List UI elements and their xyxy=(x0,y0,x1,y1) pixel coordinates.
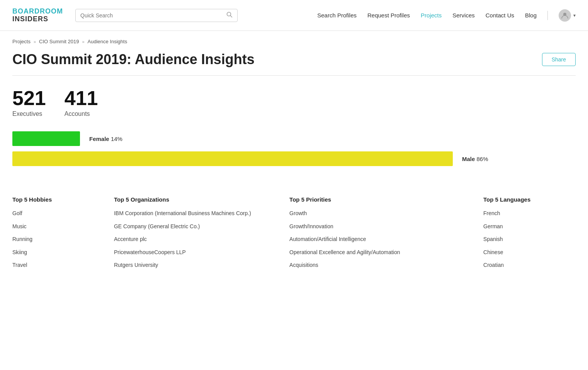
list-item: Accenture plc xyxy=(114,236,280,243)
organizations-heading: Top 5 Organizations xyxy=(114,196,280,203)
male-label: Male 86% xyxy=(462,156,488,162)
list-item: GE Company (General Electric Co.) xyxy=(114,223,280,231)
logo-top: BOARDROOM xyxy=(12,8,63,15)
nav-search-profiles[interactable]: Search Profiles xyxy=(317,12,357,19)
list-item: Acquisitions xyxy=(289,261,474,269)
list-item: Spanish xyxy=(483,236,576,243)
page-title-row: CIO Summit 2019: Audience Insights Share xyxy=(0,48,588,75)
breadcrumb-current: Audience Insights xyxy=(88,39,127,44)
nav-services[interactable]: Services xyxy=(452,12,475,19)
accounts-number: 411 xyxy=(65,88,98,108)
user-menu-chevron: ▾ xyxy=(573,13,576,18)
hobbies-column: Top 5 Hobbies Golf Music Running Skiing … xyxy=(12,196,114,275)
languages-column: Top 5 Languages French German Spanish Ch… xyxy=(483,196,576,275)
breadcrumb-projects[interactable]: Projects xyxy=(12,39,31,44)
search-icon xyxy=(226,12,233,19)
list-item: Growth xyxy=(289,210,474,217)
list-item: Croatian xyxy=(483,261,576,269)
list-item: German xyxy=(483,223,576,231)
languages-heading: Top 5 Languages xyxy=(483,196,576,203)
accounts-label: Accounts xyxy=(65,110,98,117)
female-row: Female 14% xyxy=(12,131,576,146)
executives-number: 521 xyxy=(12,88,46,108)
search-input[interactable] xyxy=(80,12,223,19)
lists-section: Top 5 Hobbies Golf Music Running Skiing … xyxy=(0,187,588,290)
list-item: IBM Corporation (International Business … xyxy=(114,210,280,217)
list-item: Chinese xyxy=(483,249,576,256)
priorities-heading: Top 5 Priorities xyxy=(289,196,474,203)
female-bar xyxy=(12,131,80,146)
female-label: Female 14% xyxy=(89,136,122,142)
breadcrumb-sep-1: » xyxy=(34,39,36,44)
logo[interactable]: BOARDROOM INSIDERS xyxy=(12,8,63,23)
nav-request-profiles[interactable]: Request Profiles xyxy=(367,12,410,19)
avatar xyxy=(559,9,571,22)
gender-section: Female 14% Male 86% xyxy=(0,125,588,187)
list-item: Skiing xyxy=(12,249,105,256)
nav: Search Profiles Request Profiles Project… xyxy=(317,9,576,22)
male-bar xyxy=(12,151,453,166)
list-item: French xyxy=(483,210,576,217)
male-row: Male 86% xyxy=(12,151,576,166)
list-item: Growth/Innovation xyxy=(289,223,474,231)
nav-projects[interactable]: Projects xyxy=(421,12,442,19)
priorities-column: Top 5 Priorities Growth Growth/Innovatio… xyxy=(289,196,483,275)
list-item: Running xyxy=(12,236,105,243)
list-item: PricewaterhouseCoopers LLP xyxy=(114,249,280,256)
user-menu[interactable]: ▾ xyxy=(559,9,576,22)
header: BOARDROOM INSIDERS Search Profiles Reque… xyxy=(0,0,588,31)
nav-blog[interactable]: Blog xyxy=(525,12,537,19)
search-box xyxy=(75,9,238,22)
nav-contact-us[interactable]: Contact Us xyxy=(486,12,514,19)
breadcrumb: Projects » CIO Summit 2019 » Audience In… xyxy=(0,31,588,48)
svg-line-1 xyxy=(231,15,232,17)
list-item: Automation/Artificial Intelligence xyxy=(289,236,474,243)
list-item: Travel xyxy=(12,261,105,269)
stats-row: 521 Executives 411 Accounts xyxy=(0,76,588,125)
list-item: Golf xyxy=(12,210,105,217)
organizations-column: Top 5 Organizations IBM Corporation (Int… xyxy=(114,196,289,275)
page-title: CIO Summit 2019: Audience Insights xyxy=(12,51,255,68)
list-item: Music xyxy=(12,223,105,231)
stat-accounts: 411 Accounts xyxy=(65,88,98,117)
logo-bottom: INSIDERS xyxy=(12,15,63,23)
hobbies-heading: Top 5 Hobbies xyxy=(12,196,105,203)
nav-divider xyxy=(547,11,548,20)
executives-label: Executives xyxy=(12,110,46,117)
share-button[interactable]: Share xyxy=(542,53,576,66)
stat-executives: 521 Executives xyxy=(12,88,46,117)
breadcrumb-sep-2: » xyxy=(82,39,84,44)
list-item: Rutgers University xyxy=(114,261,280,269)
list-item: Operational Excellence and Agility/Autom… xyxy=(289,249,474,256)
breadcrumb-cio-summit[interactable]: CIO Summit 2019 xyxy=(39,39,79,44)
